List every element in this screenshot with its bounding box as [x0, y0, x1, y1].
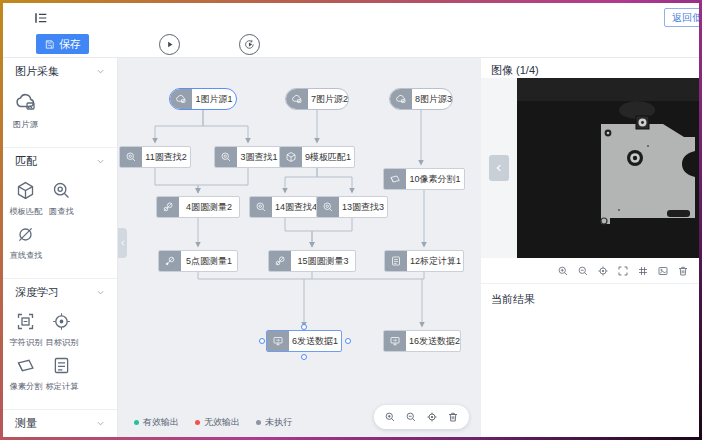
tool-template-match[interactable]: 模板匹配 [8, 180, 43, 218]
flow-canvas[interactable]: 1图片源1 7图片源2 8图片源3 11圆查找2 3圆查找1 9模板匹配1 [118, 58, 481, 437]
chevron-down-icon [96, 67, 105, 76]
fullscreen-icon[interactable] [617, 265, 629, 277]
flow-node[interactable]: 11圆查找2 [119, 146, 191, 168]
flow-node[interactable]: 14圆查找4 [249, 196, 321, 218]
zoom-out-icon[interactable] [405, 411, 417, 423]
node-handle-right[interactable] [345, 338, 351, 344]
node-handle-top[interactable] [301, 324, 307, 330]
tool-label: 目标识别 [45, 337, 78, 349]
zoom-in-icon[interactable] [384, 411, 396, 423]
circle-find-icon [317, 197, 339, 217]
flow-node[interactable]: 12标定计算1 [384, 250, 464, 272]
section-title: 测量 [15, 416, 37, 431]
flow-node[interactable]: 7图片源2 [285, 88, 349, 110]
header-bar: 返回低代码 [3, 3, 699, 31]
tool-line-find[interactable]: 直线查找 [8, 224, 43, 262]
cloud-image-icon [170, 89, 192, 109]
locate-icon[interactable] [597, 265, 609, 277]
image-viewer [481, 78, 699, 258]
circle-find-icon [250, 197, 272, 217]
chevron-left-icon [119, 239, 127, 247]
chevron-down-icon [96, 157, 105, 166]
node-label: 12标定计算1 [407, 255, 464, 268]
chevron-down-icon [96, 288, 105, 297]
node-handle-bottom[interactable] [301, 354, 307, 360]
section-header[interactable]: 图片采集 [3, 58, 117, 82]
zoom-out-icon[interactable] [577, 265, 589, 277]
image-panel-title: 图像 (1/4) [481, 58, 699, 78]
flow-node[interactable]: 3圆查找1 [214, 146, 282, 168]
pixel-segment-icon [384, 169, 406, 189]
image-nav-strip [481, 78, 517, 258]
trash-icon[interactable] [447, 411, 459, 423]
run-loop-button[interactable] [239, 34, 260, 55]
zoom-in-icon[interactable] [557, 265, 569, 277]
circle-circle-measure-icon [269, 251, 291, 271]
node-label: 10像素分割1 [406, 173, 464, 186]
grid-icon[interactable] [637, 265, 649, 277]
tool-image-source[interactable]: 图片源 [8, 90, 43, 131]
circle-find-icon [51, 180, 72, 201]
node-label: 3圆查找1 [237, 151, 281, 164]
flow-node[interactable]: 10像素分割1 [383, 168, 465, 190]
save-button[interactable]: 保存 [36, 34, 89, 54]
flow-node[interactable]: 4圆圆测量2 [156, 196, 240, 218]
image-icon[interactable] [657, 265, 669, 277]
menu-collapse-icon[interactable] [33, 10, 49, 26]
tool-ocr[interactable]: 字符识别 [8, 311, 43, 349]
tool-circle-find[interactable]: 圆查找 [44, 180, 79, 218]
trash-icon[interactable] [677, 265, 689, 277]
cloud-image-icon [13, 90, 39, 114]
legend-notrun: 未执行 [256, 416, 292, 429]
tool-label: 标定计算 [45, 381, 78, 393]
legend-invalid: 无效输出 [195, 416, 240, 429]
flow-node[interactable]: 13圆查找3 [316, 196, 388, 218]
tool-object-detect[interactable]: 目标识别 [44, 311, 79, 349]
node-label: 1图片源1 [192, 93, 236, 106]
node-label: 14圆查找4 [272, 201, 320, 214]
flow-node[interactable]: 16发送数据2 [383, 330, 461, 352]
image-toolbar [481, 258, 699, 284]
green-dot-icon [134, 420, 139, 425]
cloud-image-icon [390, 89, 412, 109]
section-measure: 测量 圆圆测量 点圆测量 点点测量 [3, 409, 117, 437]
send-data-icon [267, 331, 289, 351]
tool-label: 直线查找 [9, 250, 42, 262]
node-label: 4圆圆测量2 [179, 201, 239, 214]
send-data-icon [384, 331, 406, 351]
toolbar: 保存 [3, 31, 699, 58]
flow-node[interactable]: 1图片源1 [169, 88, 237, 110]
save-label: 保存 [59, 37, 81, 52]
calibration-calc-icon [385, 251, 407, 271]
locate-icon[interactable] [426, 411, 438, 423]
section-header[interactable]: 匹配 [3, 148, 117, 172]
run-button[interactable] [159, 34, 180, 55]
flow-node-selected[interactable]: 6发送数据1 [266, 330, 342, 352]
red-dot-icon [195, 420, 200, 425]
chevron-left-icon [494, 163, 504, 173]
tool-pixel-segment[interactable]: 像素分割 [8, 355, 43, 393]
node-label: 5点圆测量1 [181, 255, 237, 268]
flow-node[interactable]: 15圆圆测量3 [268, 250, 356, 272]
node-label: 16发送数据2 [406, 335, 463, 348]
flow-node[interactable]: 8图片源3 [389, 88, 453, 110]
target-icon [51, 311, 72, 332]
section-header[interactable]: 测量 [3, 410, 117, 434]
back-to-lowcode-button[interactable]: 返回低代码 [664, 8, 699, 27]
cloud-image-icon [286, 89, 308, 109]
section-image-capture: 图片采集 图片源 [3, 58, 117, 147]
save-icon [44, 39, 55, 50]
section-deep-learning: 深度学习 字符识别 目标识别 像素分割 [3, 278, 117, 409]
tool-label: 模板匹配 [9, 206, 42, 218]
gray-dot-icon [256, 420, 261, 425]
prev-image-button[interactable] [489, 155, 509, 181]
chevron-down-icon [96, 419, 105, 428]
calibration-calc-icon [51, 355, 72, 376]
ocr-frame-icon [15, 311, 36, 332]
collapse-sidebar-handle[interactable] [118, 228, 127, 258]
flow-node[interactable]: 9模板匹配1 [279, 146, 355, 168]
tool-calibration-calc[interactable]: 标定计算 [44, 355, 79, 393]
flow-node[interactable]: 5点圆测量1 [158, 250, 238, 272]
section-header[interactable]: 深度学习 [3, 279, 117, 303]
node-handle-left[interactable] [259, 338, 265, 344]
